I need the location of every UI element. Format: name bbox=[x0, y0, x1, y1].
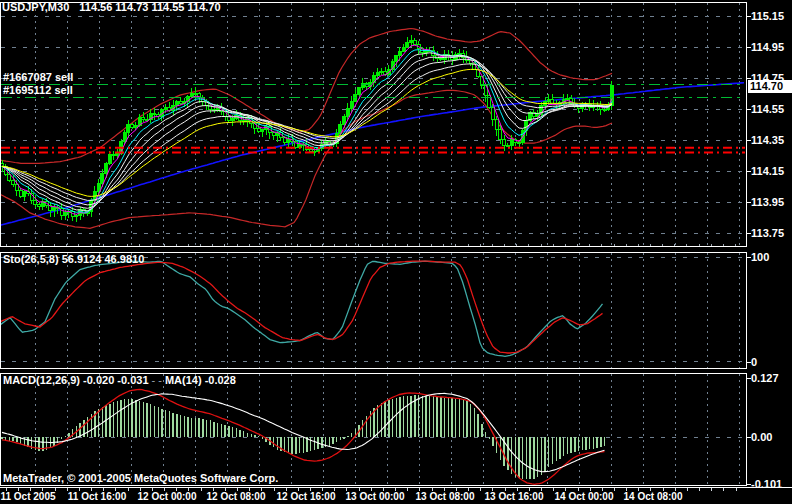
vertical-gridlines bbox=[36, 253, 740, 368]
time-tick-mark bbox=[614, 488, 615, 491]
chart-ohlc-values: 114.56 114.73 114.55 114.70 bbox=[79, 1, 220, 13]
macd-chart[interactable] bbox=[0, 373, 747, 487]
scale-tick-label: 0.00 bbox=[751, 431, 791, 443]
time-label: 11 Oct 16:00 bbox=[68, 491, 126, 502]
scale-tick-label: 0.127 bbox=[751, 372, 791, 384]
time-tick-mark bbox=[736, 488, 737, 491]
time-label: 12 Oct 16:00 bbox=[277, 491, 336, 502]
scale-tick-label: 113.95 bbox=[751, 196, 791, 208]
time-label: 11 Oct 2005 bbox=[0, 491, 55, 502]
time-tick-mark bbox=[201, 488, 202, 491]
chart-symbol-period: USDJPY,M30 bbox=[2, 1, 69, 13]
time-label: 13 Oct 00:00 bbox=[346, 491, 405, 502]
scale-tick-label: 114.95 bbox=[751, 41, 791, 53]
price-chart[interactable] bbox=[0, 2, 747, 248]
time-tick-mark bbox=[711, 488, 712, 491]
copyright-text: MetaTrader, © 2001-2005 MetaQuotes Softw… bbox=[3, 472, 278, 484]
scale-tick-label: 113.75 bbox=[751, 227, 791, 239]
scale-tick-label: 0 bbox=[751, 356, 791, 368]
metatrader-chart-window: USDJPY,M30114.56 114.73 114.55 114.70 #1… bbox=[0, 0, 792, 504]
time-label: 14 Oct 08:00 bbox=[624, 491, 683, 502]
time-axis-border bbox=[0, 487, 792, 488]
time-tick-mark bbox=[723, 488, 724, 491]
chart-title: USDJPY,M30114.56 114.73 114.55 114.70 bbox=[2, 1, 221, 13]
time-tick-mark bbox=[128, 488, 129, 491]
dash-separator: - - bbox=[149, 374, 165, 386]
time-tick-mark bbox=[480, 488, 481, 491]
time-label: 13 Oct 16:00 bbox=[485, 491, 544, 502]
vertical-gridlines bbox=[36, 374, 740, 485]
macd-values-label: MACD(12,26,9) -0.020 -0.031 bbox=[3, 374, 149, 386]
time-label: 12 Oct 08:00 bbox=[207, 491, 266, 502]
current-price-box: 114.70 bbox=[748, 80, 792, 93]
stochastic-chart[interactable] bbox=[0, 252, 747, 370]
time-label: 13 Oct 08:00 bbox=[416, 491, 475, 502]
scale-tick-label: 115.15 bbox=[751, 10, 791, 22]
scale-tick-label: 114.55 bbox=[751, 103, 791, 115]
macd-label: MACD(12,26,9) -0.020 -0.031- -MA(14) -0.… bbox=[3, 374, 236, 386]
time-tick-mark bbox=[687, 488, 688, 491]
order-label-1: #1667087 sell bbox=[3, 71, 73, 83]
time-label: 14 Oct 00:00 bbox=[555, 491, 614, 502]
time-tick-mark bbox=[699, 488, 700, 491]
stochastic-label: Sto(26,5,8) 56.9124 46.9810 bbox=[3, 253, 144, 265]
macd-ma-label: MA(14) -0.028 bbox=[165, 374, 236, 386]
scale-tick-label: -0.101 bbox=[751, 478, 791, 490]
time-tick-mark bbox=[407, 488, 408, 491]
sto-main-line bbox=[0, 261, 603, 356]
time-label: 12 Oct 00:00 bbox=[138, 491, 197, 502]
time-tick-mark bbox=[274, 488, 275, 491]
scale-tick-label: 114.35 bbox=[751, 134, 791, 146]
scale-tick-label: 114.15 bbox=[751, 165, 791, 177]
scale-tick-label: 100 bbox=[751, 251, 791, 263]
ma-line-7 bbox=[2, 50, 612, 213]
order-label-2: #1695112 sell bbox=[3, 84, 73, 96]
